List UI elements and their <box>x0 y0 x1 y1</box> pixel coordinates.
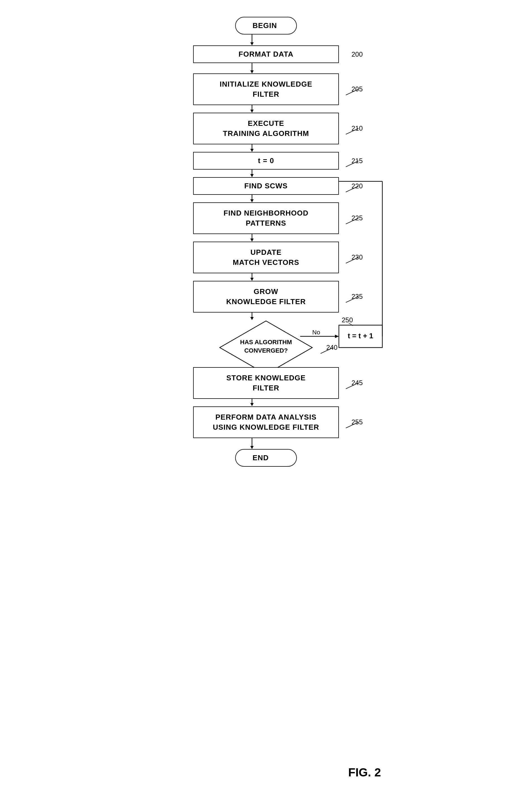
exec-training-node: EXECUTETRAINING ALGORITHM <box>193 113 339 144</box>
store-filter-node: STORE KNOWLEDGEFILTER <box>193 367 339 399</box>
label-200: 200 <box>351 50 363 58</box>
svg-marker-24 <box>250 446 254 449</box>
svg-marker-13 <box>250 238 254 242</box>
svg-marker-11 <box>250 199 254 202</box>
grow-filter-node: GROWKNOWLEDGE FILTER <box>193 281 339 313</box>
svg-marker-22 <box>250 403 254 406</box>
update-match-row: UPDATEMATCH VECTORS 230 <box>193 242 339 273</box>
svg-rect-28 <box>339 325 382 348</box>
perform-analysis-row: PERFORM DATA ANALYSISUSING KNOWLEDGE FIL… <box>193 406 339 438</box>
exec-training-row: EXECUTETRAINING ALGORITHM 210 <box>193 113 339 144</box>
flowchart-diagram: Yes No t = t + 1 250 <box>140 11 392 796</box>
svg-text:CONVERGED?: CONVERGED? <box>244 347 288 354</box>
svg-marker-5 <box>250 110 254 113</box>
find-scws-node: FIND SCWS <box>193 177 339 195</box>
svg-marker-26 <box>335 335 339 338</box>
init-filter-row: INITIALIZE KNOWLEDGEFILTER 205 <box>193 73 339 105</box>
svg-marker-15 <box>250 278 254 281</box>
perform-analysis-node: PERFORM DATA ANALYSISUSING KNOWLEDGE FIL… <box>193 406 339 438</box>
fig-label: FIG. 2 <box>348 766 381 779</box>
begin-label: BEGIN <box>235 17 297 34</box>
t-zero-row: t = 0 215 <box>193 152 339 170</box>
format-data-node: FORMAT DATA <box>193 45 339 63</box>
end-node: END <box>235 449 297 467</box>
end-label: END <box>235 449 297 467</box>
grow-filter-row: GROWKNOWLEDGE FILTER 235 <box>193 281 339 313</box>
store-filter-row: STORE KNOWLEDGEFILTER 245 <box>193 367 339 399</box>
find-neighborhood-row: FIND NEIGHBORHOODPATTERNS 225 <box>193 202 339 234</box>
init-filter-node: INITIALIZE KNOWLEDGEFILTER <box>193 73 339 105</box>
format-data-row: FORMAT DATA 200 <box>193 45 339 63</box>
t-zero-node: t = 0 <box>193 152 339 170</box>
svg-marker-1 <box>250 42 254 45</box>
svg-text:t = t + 1: t = t + 1 <box>348 332 373 340</box>
svg-text:250: 250 <box>342 316 353 324</box>
svg-marker-9 <box>250 174 254 177</box>
begin-node: BEGIN <box>235 17 297 34</box>
find-neighborhood-node: FIND NEIGHBORHOODPATTERNS <box>193 202 339 234</box>
svg-text:HAS ALGORITHM: HAS ALGORITHM <box>240 338 292 346</box>
find-scws-row: FIND SCWS 220 <box>193 177 339 195</box>
svg-line-31 <box>349 323 353 326</box>
update-match-node: UPDATEMATCH VECTORS <box>193 242 339 273</box>
svg-marker-7 <box>250 149 254 152</box>
svg-marker-3 <box>250 70 254 73</box>
